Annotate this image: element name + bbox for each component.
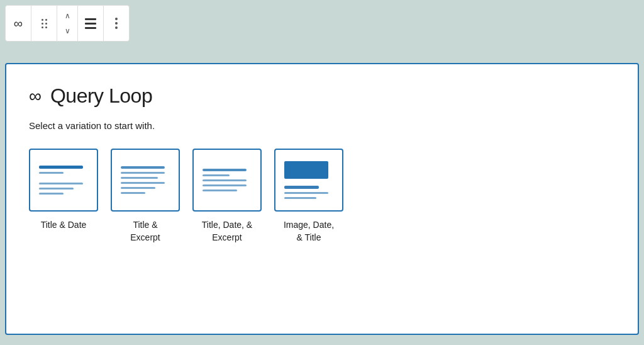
variation-label-title-excerpt: Title & Excerpt (130, 219, 160, 244)
variation-label-image-date-title: Image, Date, & Title (284, 219, 334, 244)
card-line-1 (203, 169, 247, 171)
variation-card-title-date-excerpt[interactable] (192, 149, 262, 212)
query-loop-panel: ∞ Query Loop Select a variation to start… (5, 63, 639, 335)
card-line-5 (39, 193, 64, 195)
card-line-3 (39, 183, 83, 184)
variation-item-title-date[interactable]: Title & Date (29, 149, 98, 232)
variation-card-title-date[interactable] (29, 149, 98, 212)
card-line-5 (121, 187, 155, 189)
variation-label-title-date: Title & Date (41, 219, 87, 232)
card-line-4 (39, 188, 74, 189)
toolbar-align-group (78, 6, 104, 41)
card-line-1 (39, 166, 83, 169)
variation-card-image-date-title[interactable] (274, 149, 343, 212)
card-line-2 (121, 172, 165, 174)
loop-icon: ∞ (14, 16, 23, 31)
card-line-1 (121, 166, 165, 169)
more-options-icon (115, 18, 118, 29)
toolbar-icon-group: ∞ (6, 6, 31, 41)
card-line-4 (121, 182, 165, 184)
card-line-title (284, 186, 319, 189)
variation-item-title-excerpt[interactable]: Title & Excerpt (111, 149, 180, 244)
chevron-up-icon: ∧ (65, 11, 70, 20)
variation-item-image-date-title[interactable]: Image, Date, & Title (274, 149, 343, 244)
variation-card-title-excerpt[interactable] (111, 149, 180, 212)
card-line-3 (121, 177, 158, 179)
chevron-down-icon: ∨ (65, 26, 70, 35)
variation-label-title-date-excerpt: Title, Date, & Excerpt (202, 219, 252, 244)
toolbar-more-group (104, 6, 129, 41)
block-title: Query Loop (50, 84, 152, 108)
card-line-3 (203, 179, 247, 181)
drag-handle-button[interactable] (31, 6, 57, 41)
block-header: ∞ Query Loop (29, 84, 615, 108)
toolbar-drag-group (31, 6, 57, 41)
block-toolbar: ∞ ∧ ∨ (5, 5, 130, 42)
move-down-button[interactable]: ∨ (58, 24, 76, 38)
move-up-button[interactable]: ∧ (58, 9, 76, 23)
block-loop-icon: ∞ (29, 88, 42, 105)
variation-subtitle: Select a variation to start with. (29, 120, 615, 131)
card-line-5 (203, 189, 237, 191)
card-line-sub (284, 197, 316, 199)
card-line-6 (121, 192, 145, 194)
toolbar-move-group: ∧ ∨ (57, 6, 78, 41)
query-loop-icon-button[interactable]: ∞ (6, 6, 31, 41)
card-line-2 (39, 172, 64, 174)
more-options-button[interactable] (104, 6, 129, 41)
card-line-4 (203, 184, 247, 186)
align-icon (85, 18, 96, 29)
card-line-date (284, 192, 328, 194)
move-buttons: ∧ ∨ (57, 6, 77, 41)
align-button[interactable] (78, 6, 103, 41)
variations-container: Title & Date Title & Excerpt (29, 149, 615, 244)
card-line-2 (203, 174, 230, 176)
card-image-block (284, 161, 328, 179)
variation-item-title-date-excerpt[interactable]: Title, Date, & Excerpt (192, 149, 262, 244)
drag-dots-icon (42, 19, 47, 28)
